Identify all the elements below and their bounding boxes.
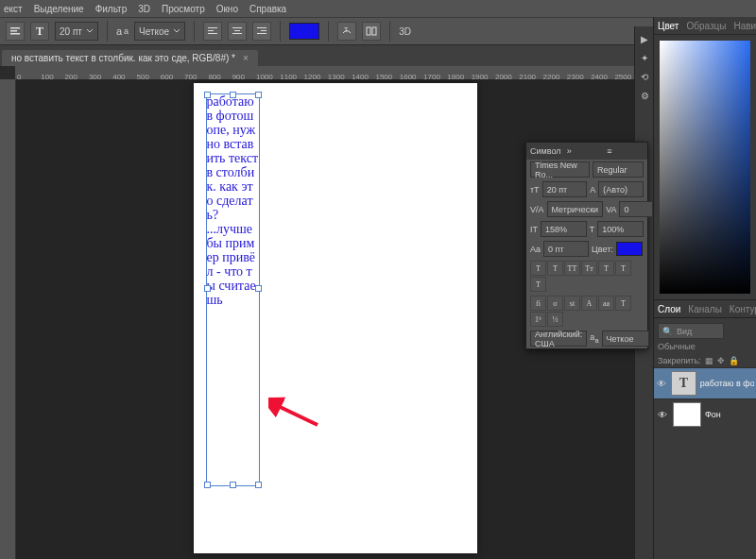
handle-w[interactable]	[204, 285, 211, 292]
visibility-icon[interactable]: 👁	[656, 408, 669, 421]
layer-filter-combo[interactable]: 🔍 Вид	[658, 323, 724, 339]
color-label: Цвет:	[592, 245, 613, 254]
faux-bold-button[interactable]: T	[530, 261, 546, 276]
svg-rect-8	[232, 33, 242, 34]
allcaps-button[interactable]: TT	[564, 261, 580, 276]
history-icon[interactable]: ⟲	[638, 70, 651, 83]
warp-text-icon[interactable]: T	[337, 22, 356, 41]
svg-rect-6	[232, 27, 242, 28]
tab-swatches[interactable]: Образцы	[686, 21, 726, 31]
aa-label: а	[116, 25, 122, 37]
fractions-button[interactable]: ½	[547, 312, 563, 327]
lock-all-icon[interactable]: 🔒	[729, 356, 739, 365]
layers-panel-tabs: Слои Каналы Контуры	[654, 299, 756, 318]
text-orientation-icon[interactable]	[6, 22, 25, 41]
blend-mode-label: Обычные	[658, 342, 752, 351]
vscale-combo[interactable]: 158%	[541, 221, 587, 237]
vscale-icon: IT	[530, 225, 538, 234]
superscript-button[interactable]: T	[598, 261, 614, 276]
svg-rect-5	[208, 33, 217, 34]
tab-layers[interactable]: Слои	[658, 304, 680, 314]
tab-paths[interactable]: Контуры	[730, 304, 756, 314]
lock-position-icon[interactable]: ✥	[717, 356, 725, 365]
ordinals-button[interactable]: 1ˢ	[530, 312, 546, 327]
kerning-icon: V/A	[530, 205, 544, 214]
leading-combo[interactable]: (Авто)	[598, 181, 644, 197]
lock-pixels-icon[interactable]: ▦	[705, 356, 713, 365]
play-icon[interactable]: ▶	[638, 32, 651, 45]
align-left-icon[interactable]	[203, 22, 222, 41]
align-right-icon[interactable]	[252, 22, 271, 41]
font-size-combo[interactable]: 20 пт	[55, 22, 98, 41]
subscript-button[interactable]: T	[615, 261, 631, 276]
titling-button[interactable]: T	[615, 296, 631, 311]
tracking-combo[interactable]: 0	[619, 201, 653, 217]
alternates-button[interactable]: σ	[547, 296, 563, 311]
character-panel[interactable]: Символ » ≡ Times New Ro... Regular тТ 20…	[525, 142, 648, 349]
kerning-combo[interactable]: Метрически	[547, 201, 604, 217]
leading-icon: А	[590, 185, 595, 195]
document-tab[interactable]: но вставить текст в столбик. как это сде…	[2, 50, 258, 66]
hscale-combo[interactable]: 100%	[597, 221, 644, 237]
char-aa-combo[interactable]: Четкое	[602, 330, 649, 347]
baseline-combo[interactable]: 0 пт	[543, 241, 589, 257]
gear-icon[interactable]: ⚙	[638, 89, 651, 102]
close-icon[interactable]: ×	[243, 53, 249, 63]
layer-name: работаю в фо...	[700, 379, 754, 388]
handle-ne[interactable]	[255, 92, 262, 98]
handle-nw[interactable]	[204, 92, 211, 98]
character-panel-title[interactable]: Символ » ≡	[526, 143, 647, 160]
antialias-combo[interactable]: Четкое	[134, 22, 185, 41]
handle-sw[interactable]	[204, 482, 211, 488]
menu-view[interactable]: Просмотр	[162, 4, 205, 14]
color-picker[interactable]	[654, 35, 756, 299]
menu-3d[interactable]: 3D	[138, 4, 150, 14]
collapse-icon[interactable]: »	[567, 146, 604, 156]
panels-icon[interactable]	[362, 22, 381, 41]
char-color-swatch[interactable]	[616, 242, 643, 256]
size-icon: тТ	[530, 185, 540, 195]
text-color-swatch[interactable]	[289, 23, 319, 40]
menu-text[interactable]: екст	[4, 4, 23, 14]
menu-help[interactable]: Справка	[249, 4, 286, 14]
tab-navigator[interactable]: Навига	[733, 21, 756, 31]
tracking-icon: VA	[606, 205, 616, 214]
type-style-row2: fi σ st A aa T 1ˢ ½	[526, 294, 647, 329]
tab-color[interactable]: Цвет	[658, 21, 679, 31]
menu-filter[interactable]: Фильтр	[95, 4, 128, 14]
smallcaps-button[interactable]: Tт	[581, 261, 597, 276]
3d-button[interactable]: 3D	[399, 26, 411, 37]
handle-n[interactable]	[230, 92, 236, 98]
stylistic-button[interactable]: aa	[598, 296, 614, 311]
menu-bar: екст Выделение Фильтр 3D Просмотр Окно С…	[0, 0, 756, 18]
handle-e[interactable]	[255, 285, 262, 292]
menu-select[interactable]: Выделение	[34, 4, 84, 14]
handle-s[interactable]	[230, 482, 236, 488]
menu-icon[interactable]: ≡	[607, 146, 644, 156]
visibility-icon[interactable]: 👁	[656, 377, 667, 390]
text-layer-box[interactable]: работаю в фотошопе, нужно вставить текст…	[206, 93, 260, 486]
tab-channels[interactable]: Каналы	[688, 304, 722, 314]
svg-rect-7	[234, 30, 240, 31]
language-combo[interactable]: Английский: США	[530, 330, 587, 347]
type-tool-icon[interactable]: T	[30, 22, 49, 41]
layer-background[interactable]: 👁 Фон	[654, 398, 756, 430]
wand-icon[interactable]: ✦	[638, 51, 651, 64]
svg-text:T: T	[344, 26, 349, 33]
svg-rect-2	[10, 33, 20, 35]
svg-line-15	[274, 404, 318, 425]
menu-window[interactable]: Окно	[216, 4, 238, 14]
layer-text[interactable]: 👁 T работаю в фо...	[654, 367, 756, 398]
font-style-combo[interactable]: Regular	[593, 161, 644, 178]
handle-se[interactable]	[255, 482, 262, 488]
swash-button[interactable]: A	[581, 296, 597, 311]
strikethrough-button[interactable]: T	[530, 277, 546, 292]
align-center-icon[interactable]	[228, 22, 247, 41]
faux-italic-button[interactable]: T	[547, 261, 563, 276]
font-size-combo2[interactable]: 20 пт	[542, 181, 588, 197]
ligatures-button[interactable]: fi	[530, 296, 546, 311]
svg-rect-3	[208, 27, 217, 28]
layer-name: Фон	[705, 410, 721, 419]
discretionary-button[interactable]: st	[564, 296, 580, 311]
font-family-combo[interactable]: Times New Ro...	[530, 161, 590, 178]
